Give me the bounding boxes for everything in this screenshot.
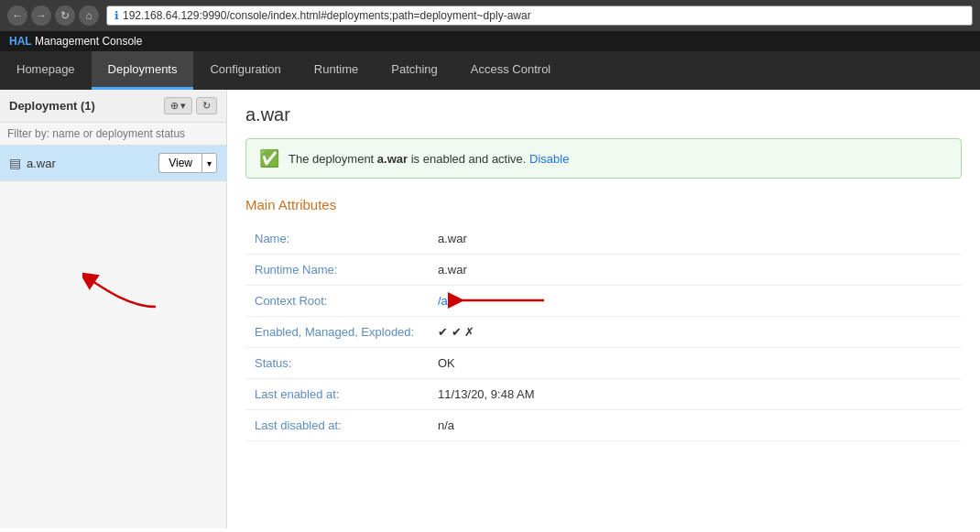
address-bar[interactable]: ℹ 192.168.64.129:9990/console/index.html… <box>106 5 973 26</box>
back-button[interactable]: ← <box>7 5 27 26</box>
nav-item-access-control[interactable]: Access Control <box>454 51 567 90</box>
status-suffix: is enabled and active. <box>408 152 526 166</box>
security-icon: ℹ <box>114 9 119 22</box>
nav-buttons: ← → ↻ ⌂ <box>7 5 99 26</box>
context-root-wrapper: /a <box>438 294 448 308</box>
reload-button[interactable]: ↻ <box>55 5 75 26</box>
nav-item-homepage[interactable]: Homepage <box>0 51 92 90</box>
table-row: Status: OK <box>245 348 962 379</box>
attr-label-last-enabled: Last enabled at: <box>245 379 429 410</box>
attr-label-last-disabled: Last disabled at: <box>245 410 429 441</box>
attr-value-context-root: /a <box>429 286 962 317</box>
main-layout: Deployment (1) ⊕ ▾ ↻ ▤ a.war View ▾ <box>0 90 980 528</box>
attr-value-last-disabled: n/a <box>429 410 962 441</box>
url-text: 192.168.64.129:9990/console/index.html#d… <box>123 9 531 22</box>
sidebar-header-icons: ⊕ ▾ ↻ <box>164 97 217 114</box>
status-prefix: The deployment <box>289 152 377 166</box>
filter-input[interactable] <box>0 123 226 146</box>
add-icon: ⊕ <box>170 100 179 112</box>
browser-chrome: ← → ↻ ⌂ ℹ 192.168.64.129:9990/console/in… <box>0 0 980 31</box>
view-btn-group: View ▾ <box>158 153 217 173</box>
sidebar-item-awar[interactable]: ▤ a.war View ▾ <box>0 146 226 181</box>
nav-item-deployments[interactable]: Deployments <box>92 51 194 90</box>
dropdown-chevron: ▾ <box>180 100 186 112</box>
sidebar: Deployment (1) ⊕ ▾ ↻ ▤ a.war View ▾ <box>0 90 227 528</box>
context-root-link[interactable]: /a <box>438 294 448 308</box>
nav-item-patching[interactable]: Patching <box>375 51 454 90</box>
hal-title: Management Console <box>35 35 142 48</box>
attr-value-name: a.war <box>429 223 962 255</box>
item-left: ▤ a.war <box>9 156 56 170</box>
attr-label-context-root: Context Root: <box>245 286 429 317</box>
content-area: a.war ✅ The deployment a.war is enabled … <box>227 90 980 528</box>
forward-button[interactable]: → <box>31 5 51 26</box>
attributes-table: Name: a.war Runtime Name: a.war Context … <box>245 223 962 441</box>
deployment-name: a.war <box>27 157 56 170</box>
section-title: Main Attributes <box>245 197 962 212</box>
home-button[interactable]: ⌂ <box>79 5 99 26</box>
attr-value-last-enabled: 11/13/20, 9:48 AM <box>429 379 962 410</box>
attr-value-enabled: ✔ ✔ ✗ <box>429 317 962 348</box>
nav-item-configuration[interactable]: Configuration <box>193 51 297 90</box>
hal-brand: HAL <box>9 35 32 48</box>
attr-value-runtime-name: a.war <box>429 255 962 286</box>
view-dropdown-button[interactable]: ▾ <box>201 153 217 173</box>
top-nav: Homepage Deployments Configuration Runti… <box>0 51 980 90</box>
table-row: Enabled, Managed, Exploded: ✔ ✔ ✗ <box>245 317 962 348</box>
table-row: Last disabled at: n/a <box>245 410 962 441</box>
attr-label-name: Name: <box>245 223 429 255</box>
view-button[interactable]: View <box>158 153 201 173</box>
attr-label-status: Status: <box>245 348 429 379</box>
disable-link[interactable]: Disable <box>529 152 569 166</box>
table-row: Runtime Name: a.war <box>245 255 962 286</box>
page-title: a.war <box>245 104 962 125</box>
attr-label-runtime-name: Runtime Name: <box>245 255 429 286</box>
deployment-icon: ▤ <box>9 156 21 170</box>
attr-value-status: OK <box>429 348 962 379</box>
refresh-button[interactable]: ↻ <box>196 97 217 114</box>
sidebar-title: Deployment (1) <box>9 99 95 113</box>
status-text: The deployment a.war is enabled and acti… <box>289 152 569 166</box>
status-banner: ✅ The deployment a.war is enabled and ac… <box>245 138 962 179</box>
hal-header: HAL Management Console <box>0 31 980 51</box>
nav-item-runtime[interactable]: Runtime <box>298 51 375 90</box>
check-circle-icon: ✅ <box>259 148 279 168</box>
attr-label-enabled: Enabled, Managed, Exploded: <box>245 317 429 348</box>
status-deployment-name: a.war <box>377 152 408 166</box>
table-row: Name: a.war <box>245 223 962 255</box>
table-row: Last enabled at: 11/13/20, 9:48 AM <box>245 379 962 410</box>
sidebar-header: Deployment (1) ⊕ ▾ ↻ <box>0 90 226 123</box>
add-deployment-button[interactable]: ⊕ ▾ <box>164 97 192 114</box>
context-root-arrow <box>448 287 549 314</box>
refresh-icon: ↻ <box>202 100 211 112</box>
table-row: Context Root: /a <box>245 286 962 317</box>
